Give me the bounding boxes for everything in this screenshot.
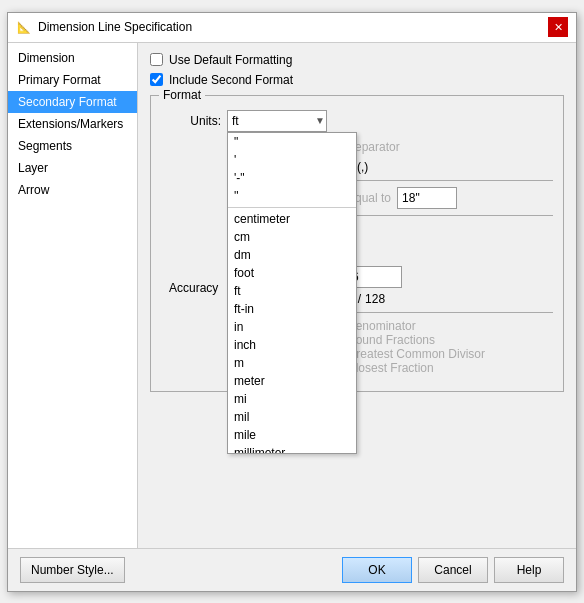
gcd-label: Greatest Common Divisor xyxy=(347,347,485,361)
units-row: Units: ft ▼ " ' xyxy=(161,110,327,132)
dropdown-item[interactable]: '-" xyxy=(228,169,356,187)
fraction-slash: / xyxy=(358,292,361,306)
dropdown-item[interactable]: mil xyxy=(228,408,356,426)
closest-fraction-option: Closest Fraction xyxy=(347,361,553,375)
title-bar: 📐 Dimension Line Specification ✕ xyxy=(8,13,576,43)
units-select[interactable]: ft ▼ xyxy=(227,110,327,132)
equal-to-row: Equal to xyxy=(347,187,553,209)
sidebar-item-dimension[interactable]: Dimension xyxy=(8,47,137,69)
right-panel: Separator a (,) Equal to xyxy=(337,110,553,375)
divider3 xyxy=(347,312,553,313)
dialog-body: DimensionPrimary FormatSecondary FormatE… xyxy=(8,43,576,548)
sidebar-item-extensions-markers[interactable]: Extensions/Markers xyxy=(8,113,137,135)
close-button[interactable]: ✕ xyxy=(548,17,568,37)
number-style-button[interactable]: Number Style... xyxy=(20,557,125,583)
gcd-option: Greatest Common Divisor xyxy=(347,347,553,361)
dropdown-item[interactable]: dm xyxy=(228,246,356,264)
include-second-checkbox[interactable] xyxy=(150,73,163,86)
dropdown-scroll: " ' '-" '' centimeter cm dm foot xyxy=(228,133,356,453)
include-second-label[interactable]: Include Second Format xyxy=(169,73,293,87)
units-dropdown-arrow: ▼ xyxy=(315,115,325,126)
sidebar-item-layer[interactable]: Layer xyxy=(8,157,137,179)
fraction-row: 1 / 128 xyxy=(347,292,553,306)
accuracy-label: Accuracy xyxy=(169,281,218,295)
dropdown-item[interactable]: ft xyxy=(228,282,356,300)
divider xyxy=(347,180,553,181)
closest-fraction-label: Closest Fraction xyxy=(347,361,434,375)
denominator-option: Denominator xyxy=(347,319,553,333)
fraction-denom: 128 xyxy=(365,292,385,306)
round-fractions-option: Round Fractions xyxy=(347,333,553,347)
use-default-label[interactable]: Use Default Formatting xyxy=(169,53,292,67)
separator-row: Separator xyxy=(347,140,553,154)
ok-button[interactable]: OK xyxy=(342,557,412,583)
dropdown-separator xyxy=(228,207,356,208)
dropdown-item[interactable]: mi xyxy=(228,390,356,408)
dropdown-item[interactable]: mile xyxy=(228,426,356,444)
dropdown-item[interactable]: cm xyxy=(228,228,356,246)
cancel-button[interactable]: Cancel xyxy=(418,557,488,583)
units-label: Units: xyxy=(161,114,221,128)
dropdown-item[interactable]: centimeter xyxy=(228,210,356,228)
footer-right: OK Cancel Help xyxy=(342,557,564,583)
help-button[interactable]: Help xyxy=(494,557,564,583)
dropdown-item[interactable]: foot xyxy=(228,264,356,282)
divider2 xyxy=(347,215,553,216)
include-second-row: Include Second Format xyxy=(150,73,564,87)
dropdown-item[interactable]: " xyxy=(228,133,356,151)
dialog-icon: 📐 xyxy=(16,19,32,35)
dropdown-item[interactable]: meter xyxy=(228,372,356,390)
dropdown-item[interactable]: inch xyxy=(228,336,356,354)
equal-to-input[interactable] xyxy=(397,187,457,209)
sidebar-item-primary-format[interactable]: Primary Format xyxy=(8,69,137,91)
units-dropdown-list: " ' '-" '' centimeter cm dm foot xyxy=(227,132,357,454)
footer-left: Number Style... xyxy=(20,557,125,583)
denominator-label: Denominator xyxy=(347,319,416,333)
dropdown-item[interactable]: ft-in xyxy=(228,300,356,318)
sidebar-item-secondary-format[interactable]: Secondary Format xyxy=(8,91,137,113)
units-select-container: ft ▼ " ' '-" '' xyxy=(227,110,327,132)
main-area: Use Default Formatting Include Second Fo… xyxy=(138,43,576,548)
dropdown-item[interactable]: in xyxy=(228,318,356,336)
use-default-checkbox[interactable] xyxy=(150,53,163,66)
dialog: 📐 Dimension Line Specification ✕ Dimensi… xyxy=(7,12,577,592)
separator-value-row: a (,) xyxy=(347,160,553,174)
sidebar-item-arrow[interactable]: Arrow xyxy=(8,179,137,201)
dropdown-item[interactable]: '' xyxy=(228,187,356,205)
footer: Number Style... OK Cancel Help xyxy=(8,548,576,591)
dialog-title: Dimension Line Specification xyxy=(38,20,192,34)
dropdown-item[interactable]: m xyxy=(228,354,356,372)
format-group-title: Format xyxy=(159,88,205,102)
accuracy-value-row xyxy=(347,266,553,288)
round-fractions-label: Round Fractions xyxy=(347,333,435,347)
units-selected-value: ft xyxy=(232,114,239,128)
sidebar: DimensionPrimary FormatSecondary FormatE… xyxy=(8,43,138,548)
dropdown-item[interactable]: ' xyxy=(228,151,356,169)
format-group: Format Units: ft ▼ xyxy=(150,95,564,392)
use-default-row: Use Default Formatting xyxy=(150,53,564,67)
sidebar-item-segments[interactable]: Segments xyxy=(8,135,137,157)
dropdown-item[interactable]: millimeter xyxy=(228,444,356,453)
